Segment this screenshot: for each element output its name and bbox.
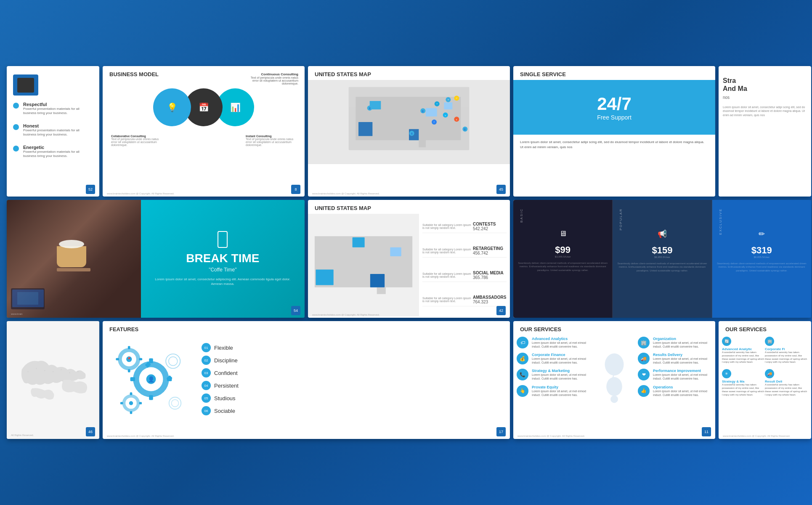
features-layout: 👤 📍: [103, 335, 510, 423]
service2-strategy: ✳ Strategy & Ma A wonderful serenity has…: [722, 369, 765, 396]
services-split-layout: 🏷 Advanced Analytics Lorem ipsum dolor s…: [513, 335, 715, 419]
slide-our-services: OUR SERVICES 🏷 Advanced Analytics Lorem …: [513, 321, 715, 439]
svg-rect-30: [128, 346, 130, 349]
svg-text:✏: ✏: [130, 401, 133, 406]
gears-svg: 👤 📍: [111, 339, 191, 419]
service-analytics: 🏷 Advanced Analytics Lorem ipsum dolor s…: [517, 337, 591, 348]
svg-point-16: [77, 371, 79, 372]
service-body: Lorem ipsum dolor sit amet, consectetur …: [513, 135, 715, 155]
brain-graphic: [597, 335, 631, 419]
tier-price-basic: $99: [555, 245, 571, 255]
stat-social: Suitable for all category Lorem ipsum is…: [422, 271, 507, 282]
svg-point-45: [169, 397, 181, 409]
svg-text:👤: 👤: [148, 376, 155, 383]
bullets-content: Respectful Powerful presentation materia…: [7, 66, 99, 174]
cup-body: [57, 246, 86, 267]
service-finance: 💰 Corporate Finance Lorem ipsum dolor si…: [517, 353, 591, 364]
bullet-energetic: Energetic Powerful presentation material…: [13, 145, 93, 159]
coffee-cup-wrap: [57, 246, 90, 271]
service-info-8: Operations Lorem ipsum dolor sit amet, u…: [653, 385, 712, 397]
middle-east-shape: [62, 380, 87, 393]
service2-icon-2: ✳: [722, 369, 731, 378]
slide-title: UNITED STATES MAP: [308, 200, 510, 214]
service-label: Free Support: [597, 114, 632, 121]
slide-title: OUR SERVICES: [719, 321, 811, 335]
stats-right: Suitable for all category Lorem ipsum is…: [419, 214, 510, 316]
cup-saucer: [57, 268, 90, 271]
svg-rect-40: [139, 402, 142, 404]
tier-icon-popular: 📢: [658, 229, 667, 239]
partial-content: StraAnd Manos Lorem ipsum dolor sit amet…: [719, 66, 811, 124]
slide-title: SINGLE SERVICE: [513, 66, 715, 80]
svg-text:in: in: [448, 98, 449, 101]
slide-number: 46: [86, 427, 95, 436]
ring-1: 💡: [153, 88, 191, 126]
svg-text:👤: 👤: [464, 128, 466, 131]
slide-bullets: Respectful Powerful presentation materia…: [7, 66, 99, 197]
service2-result: 🚚 Result Deli A wonderful serenity has t…: [765, 369, 808, 396]
slide-title: OUR SERVICES: [513, 321, 715, 335]
break-title: BREAK TIME: [186, 252, 259, 265]
feature-studious: 05 Studious: [202, 393, 504, 403]
bullet-text-3: Energetic Powerful presentation material…: [23, 145, 93, 159]
state-nw: [444, 102, 452, 109]
laptop-screen: [12, 290, 44, 307]
svg-rect-21: [149, 395, 153, 400]
svg-text:👤: 👤: [422, 110, 424, 113]
bm-bottom-labels: Collaborative Consulting Text of peripis…: [103, 135, 305, 149]
bullet-respectful: Respectful Powerful presentation materia…: [13, 102, 93, 116]
services2-layout: 🔄 Advanced Analytic A wonderful serenity…: [719, 335, 811, 403]
svg-point-12: [44, 370, 45, 371]
feature-flexible: 01 Flexible: [202, 343, 504, 352]
stat-name-value-3: SOCIAL MEDIA 365.786: [473, 271, 507, 280]
tier-price-popular: $159: [652, 245, 673, 256]
bullet-icon-2: [13, 124, 19, 130]
svg-rect-41: [120, 402, 123, 404]
cup-foam: [59, 240, 84, 248]
service-icon-7: ❤: [638, 369, 650, 380]
svg-rect-20: [149, 359, 153, 363]
main-grid: Respectful Powerful presentation materia…: [0, 59, 812, 446]
stat-name-value-4: AMBASSADORS 764.323: [473, 295, 507, 304]
services-left-col: 🏷 Advanced Analytics Lorem ipsum dolor s…: [513, 335, 594, 419]
slide-number: 42: [496, 306, 506, 315]
screen-inner: [17, 292, 38, 305]
slide-features: FEATURES: [103, 321, 510, 439]
service-icon-6: 🚚: [638, 353, 650, 364]
svg-point-11: [36, 368, 37, 369]
svg-point-13: [53, 371, 54, 372]
bullet-icon-3: [13, 146, 19, 152]
collab-label: Collaborative Consulting Text of peripis…: [111, 135, 162, 146]
service-org: 🏢 Organization Lorem ipsum dolor sit ame…: [638, 337, 712, 348]
brain-svg: [602, 335, 627, 419]
footer-link: www.braintecholides.com @ Copyright. All…: [723, 435, 790, 437]
big-number: 24/7: [597, 94, 632, 114]
tier-name-popular: POPULAR: [619, 208, 623, 230]
bullet-honest: Honest Powerful presentation materials f…: [13, 123, 93, 137]
map-stats-layout: Suitable for all category Lorem ipsum is…: [308, 214, 510, 316]
tablet-icon: [13, 74, 38, 96]
service-info-2: Corporate Finance Lorem ipsum dolor sit …: [532, 353, 591, 364]
strategy-text: Lorem ipsum dolor sit amet, consectetur …: [723, 105, 807, 117]
price-popular: POPULAR 📢 $159 $6,955.5/User Seamlessly …: [613, 200, 712, 318]
stat-ambassadors: Suitable for all category Lorem ipsum is…: [422, 295, 507, 306]
world-map-area: All Rights Reserved. 46: [7, 321, 99, 439]
service-icon-2: 💰: [517, 353, 528, 364]
map-left: [308, 214, 419, 316]
break-subtitle: "Coffe Time": [209, 267, 236, 273]
tier-name-basic: BASIC: [520, 208, 523, 223]
coffee-bg-fill: [7, 200, 141, 318]
small-gear-1: [166, 354, 180, 368]
service-strategy: 📞 Strategy & Marketing Lorem ipsum dolor…: [517, 369, 591, 380]
service-delivery: 🚚 Results Delivery Lorem ipsum dolor sit…: [638, 353, 712, 364]
stat-contests: Suitable for all category Lorem ipsum is…: [422, 222, 507, 233]
services2-col1: 🔄 Advanced Analytic A wonderful serenity…: [722, 337, 765, 401]
slide-number: 54: [291, 306, 300, 315]
tier-name-exclusive: EXCLUSIVE: [719, 208, 722, 235]
slide-world-map: All Rights Reserved. 46: [7, 321, 99, 439]
map-area: in V Y! 👤 👤 f S B 👤 👤: [308, 80, 510, 164]
western-state: [316, 270, 333, 285]
svg-rect-33: [116, 358, 119, 361]
service2-analytics: 🔄 Advanced Analytic A wonderful serenity…: [722, 337, 765, 364]
state-light: [426, 108, 437, 117]
